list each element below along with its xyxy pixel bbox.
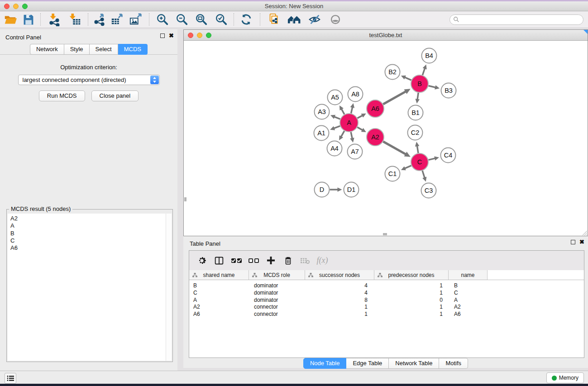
resize-grip[interactable] xyxy=(581,229,587,235)
optimization-criterion-select[interactable]: largest connected component (directed) xyxy=(18,75,160,85)
graph-edge-A6-B[interactable] xyxy=(383,91,406,105)
close-panel-button[interactable]: Close panel xyxy=(91,91,139,101)
close-panel-icon[interactable]: ✖ xyxy=(169,33,174,38)
table-cell[interactable]: dominator xyxy=(249,282,305,290)
table-cell[interactable]: 1 xyxy=(374,290,449,297)
table-cell[interactable]: dominator xyxy=(249,290,305,297)
add-row-button[interactable] xyxy=(262,254,279,267)
refresh-layout-button[interactable] xyxy=(236,12,256,27)
table-row[interactable]: A2connector11A2 xyxy=(189,304,584,311)
deselect-all-button[interactable] xyxy=(245,254,262,267)
delete-table-button[interactable] xyxy=(296,254,314,267)
graph-edge-A-A7[interactable] xyxy=(351,132,352,139)
network-minimize-button[interactable] xyxy=(197,33,202,38)
table-cell[interactable]: 4 xyxy=(305,290,374,297)
graph-edge-A-A4[interactable] xyxy=(341,131,344,137)
open-session-button[interactable] xyxy=(1,12,19,27)
close-window-button[interactable] xyxy=(4,4,10,9)
canvas-bottom-handle[interactable] xyxy=(383,233,387,235)
graph-edge-A-A6[interactable] xyxy=(358,115,363,118)
column-header-successor-nodes[interactable]: successor nodes xyxy=(305,270,374,280)
tab-select[interactable]: Select xyxy=(90,44,118,55)
table-row[interactable]: Bdominator41B xyxy=(189,282,584,290)
function-builder-button[interactable]: f(x) xyxy=(314,254,331,267)
graph-edge-C-C4[interactable] xyxy=(428,158,435,160)
import-table-button[interactable] xyxy=(64,12,86,27)
table-cell[interactable]: 1 xyxy=(305,304,374,311)
table-cell[interactable]: A2 xyxy=(449,304,488,311)
export-network-button[interactable] xyxy=(91,12,109,27)
table-settings-button[interactable] xyxy=(193,254,210,267)
graph-edge-C-C3[interactable] xyxy=(422,171,425,178)
mcds-result-item[interactable]: C xyxy=(10,237,166,244)
export-table-button[interactable] xyxy=(109,12,126,27)
graph-edge-A-A5[interactable] xyxy=(341,109,344,114)
network-close-button[interactable] xyxy=(188,33,193,38)
zoom-in-button[interactable] xyxy=(153,12,172,27)
network-maximize-button[interactable] xyxy=(206,33,211,38)
graph-edge-B-B3[interactable] xyxy=(428,86,436,88)
close-table-panel-icon[interactable]: ✖ xyxy=(579,240,584,244)
mcds-result-item[interactable]: B xyxy=(10,230,166,237)
zoom-out-button[interactable] xyxy=(172,12,191,27)
graph-edge-A2-C[interactable] xyxy=(383,142,406,155)
run-mcds-button[interactable]: Run MCDS xyxy=(39,91,85,101)
table-cell[interactable]: A2 xyxy=(189,304,249,311)
table-cell[interactable]: B xyxy=(449,282,488,290)
tab-mcds[interactable]: MCDS xyxy=(118,44,148,55)
table-cell[interactable]: 1 xyxy=(374,304,449,311)
minimize-window-button[interactable] xyxy=(13,4,19,9)
table-cell[interactable]: 8 xyxy=(305,297,374,304)
column-header-shared-name[interactable]: shared name xyxy=(189,270,249,280)
graph-edge-B-B4[interactable] xyxy=(422,68,425,75)
table-cell[interactable]: connector xyxy=(249,304,305,311)
table-cell[interactable]: C xyxy=(189,290,249,297)
table-cell[interactable]: connector xyxy=(249,311,305,318)
table-cell[interactable]: 1 xyxy=(305,311,374,318)
graph-edge-C-C1[interactable] xyxy=(404,166,411,169)
zoom-selected-button[interactable] xyxy=(211,12,231,27)
show-column-button[interactable] xyxy=(210,254,228,267)
mcds-result-item[interactable]: A xyxy=(10,222,166,229)
table-cell[interactable]: dominator xyxy=(249,297,305,304)
canvas-left-handle[interactable] xyxy=(184,197,186,201)
float-panel-icon[interactable] xyxy=(160,33,165,38)
save-session-button[interactable] xyxy=(19,12,37,27)
tab-style[interactable]: Style xyxy=(64,44,90,55)
table-cell[interactable]: 4 xyxy=(305,282,374,290)
column-header-predecessor-nodes[interactable]: predecessor nodes xyxy=(374,270,449,280)
graph-edge-A-A8[interactable] xyxy=(351,107,353,114)
tab-motifs[interactable]: Motifs xyxy=(439,358,468,369)
first-neighbors-button[interactable] xyxy=(284,12,304,27)
table-row[interactable]: A6connector11A6 xyxy=(189,311,584,318)
search-input[interactable] xyxy=(459,15,583,24)
table-cell[interactable]: 0 xyxy=(374,297,449,304)
tab-node-table[interactable]: Node Table xyxy=(303,358,347,369)
graph-edge-A-A3[interactable] xyxy=(334,117,340,119)
table-row[interactable]: Adominator80A xyxy=(189,297,584,304)
zoom-fit-button[interactable] xyxy=(191,12,211,27)
table-cell[interactable]: A6 xyxy=(189,311,249,318)
scrollbar[interactable] xyxy=(166,214,172,361)
graph-edge-B-B2[interactable] xyxy=(404,77,411,80)
search-field[interactable] xyxy=(449,14,583,25)
table-cell[interactable]: A6 xyxy=(449,311,488,318)
import-network-button[interactable] xyxy=(44,12,64,27)
table-cell[interactable]: A xyxy=(449,297,488,304)
mcds-result-item[interactable]: A2 xyxy=(10,215,166,222)
memory-button[interactable]: Memory xyxy=(546,372,584,383)
column-header-MCDS-role[interactable]: MCDS role xyxy=(249,270,305,280)
maximize-window-button[interactable] xyxy=(22,4,28,9)
table-cell[interactable]: 1 xyxy=(374,282,449,290)
graph-edge-B-B1[interactable] xyxy=(417,93,418,100)
table-cell[interactable]: C xyxy=(449,290,488,297)
new-network-from-selection-button[interactable] xyxy=(264,12,284,27)
table-cell[interactable]: 1 xyxy=(374,311,449,318)
graph-edge-C-C2[interactable] xyxy=(417,145,418,153)
graph-edge-A-A1[interactable] xyxy=(334,126,340,129)
show-graphics-details-button[interactable] xyxy=(325,12,346,27)
table-cell[interactable]: A xyxy=(189,297,249,304)
tab-network-table[interactable]: Network Table xyxy=(389,358,439,369)
table-cell[interactable]: B xyxy=(189,282,249,290)
network-canvas[interactable]: B4B2BB3A5A8A6A3B1AA1C2A2A4A7C4CC1C3DD1 xyxy=(184,41,588,236)
